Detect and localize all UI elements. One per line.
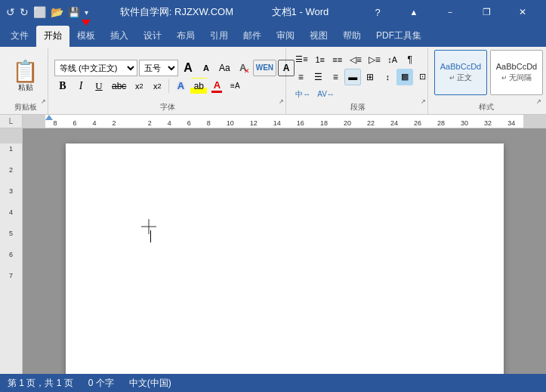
red-arrow-indicator: [82, 20, 91, 26]
subscript-button[interactable]: x2: [131, 78, 147, 94]
undo-button[interactable]: ↺: [6, 6, 15, 18]
para-row-2: ≡ ☰ ≡ ▬ ⊞ ↕ ▩ ⊡: [292, 69, 430, 85]
distributed-button[interactable]: ⊞: [362, 69, 378, 85]
redo-button[interactable]: ↻: [20, 6, 29, 18]
ribbon-content: 📋 粘贴 剪贴板 ↗ 等线 (中文正文) 五号 初号 小初 一号: [0, 47, 546, 115]
style-normal[interactable]: AaBbCcDd ↵ 正文: [434, 50, 487, 95]
style-no-spacing-name: ↵ 无间隔: [501, 73, 532, 83]
para-controls: ☰≡ 1≡ ≡≡ ◁≡ ▷≡ ↕A ¶ ≡ ☰ ≡ ▬ ⊞ ↕ ▩ ⊡: [292, 51, 430, 103]
superscript-button[interactable]: x2: [149, 78, 165, 94]
document-title: 文档1 - Word: [272, 6, 329, 17]
strikethrough-button[interactable]: abc: [109, 78, 129, 94]
software-name: 软件自学网: RJZXW.COM: [120, 6, 233, 17]
increase-indent-button[interactable]: ▷≡: [366, 51, 384, 68]
clipboard-expand[interactable]: ↗: [41, 98, 46, 105]
font-row-bottom: B I U abc x2 x2 A ab A ≡A: [54, 78, 295, 94]
underline-button[interactable]: U: [91, 78, 107, 94]
style-normal-preview: AaBbCcDd: [440, 62, 481, 71]
shading-button[interactable]: ▩: [396, 69, 413, 85]
grow-font-button[interactable]: A: [180, 60, 196, 76]
tab-template[interactable]: 模板: [69, 26, 103, 47]
clear-format-button[interactable]: A ✕: [235, 60, 251, 76]
italic-button[interactable]: I: [72, 78, 89, 94]
close-button[interactable]: ✕: [505, 0, 540, 24]
align-left-button[interactable]: ≡: [292, 69, 309, 85]
decrease-indent-button[interactable]: ◁≡: [347, 51, 365, 68]
paragraph-expand[interactable]: ↗: [421, 98, 426, 105]
save-button[interactable]: 💾: [68, 7, 80, 18]
sort-button[interactable]: ↕A: [384, 51, 401, 68]
text-effects-button[interactable]: A: [172, 78, 189, 94]
font-group: 等线 (中文正文) 五号 初号 小初 一号 小一 二号 小二 三号 小三 四号 …: [50, 48, 286, 114]
tab-design[interactable]: 设计: [136, 26, 169, 47]
style-no-spacing[interactable]: AaBbCcDd ↵ 无间隔: [490, 50, 543, 95]
line-spacing-button[interactable]: ↕: [379, 69, 396, 85]
minimize-button[interactable]: －: [433, 0, 467, 24]
tab-mailings[interactable]: 邮件: [236, 26, 269, 47]
justify-button[interactable]: ▬: [344, 69, 361, 85]
wubi-button[interactable]: WEN: [253, 60, 276, 76]
shrink-font-button[interactable]: A: [198, 60, 214, 76]
chinese-indent-button[interactable]: 中↔: [292, 86, 313, 103]
separator-1: [168, 79, 169, 93]
more-options-button[interactable]: ≡A: [227, 78, 243, 94]
tab-template-label: 模板: [77, 29, 95, 42]
bold-button[interactable]: B: [54, 78, 71, 94]
style-normal-name-text: 正文: [457, 73, 472, 82]
styles-group: AaBbCcDd ↵ 正文 AaBbCcDd ↵ 无间隔 样式 ↗: [430, 48, 543, 114]
window-controls: ? ▲ － ❐ ✕: [360, 0, 540, 24]
ruler-indent-marker[interactable]: [45, 115, 53, 120]
document-page[interactable]: [66, 144, 504, 374]
highlight-button[interactable]: ab: [190, 78, 207, 94]
title-text: 软件自学网: RJZXW.COM 文档1 - Word: [88, 5, 360, 19]
tab-layout[interactable]: 布局: [169, 26, 202, 47]
tab-references[interactable]: 引用: [202, 26, 236, 47]
ruler-corner[interactable]: L: [0, 115, 23, 128]
open-icon[interactable]: 📂: [51, 6, 63, 18]
font-expand[interactable]: ↗: [279, 98, 284, 105]
restore-button[interactable]: ❐: [469, 0, 504, 24]
tab-insert[interactable]: 插入: [103, 26, 136, 47]
align-right-button[interactable]: ≡: [327, 69, 344, 85]
tab-help[interactable]: 帮助: [335, 26, 369, 47]
customize-arrow[interactable]: ▾: [85, 8, 88, 17]
border-button[interactable]: ⊡: [414, 69, 430, 85]
font-row-top: 等线 (中文正文) 五号 初号 小初 一号 小一 二号 小二 三号 小三 四号 …: [54, 60, 295, 76]
font-controls: 等线 (中文正文) 五号 初号 小初 一号 小一 二号 小二 三号 小三 四号 …: [54, 60, 295, 94]
v-ruler-margin-top: [0, 128, 22, 144]
clipboard-group: 📋 粘贴 剪贴板 ↗: [3, 48, 48, 114]
numbering-button[interactable]: 1≡: [312, 51, 329, 68]
help-icon[interactable]: ?: [360, 0, 395, 24]
tab-view[interactable]: 视图: [302, 26, 335, 47]
font-group-label: 字体: [50, 102, 285, 113]
paste-icon: 📋: [12, 61, 39, 82]
show-marks-button[interactable]: ¶: [402, 51, 418, 68]
font-color-button[interactable]: A: [208, 78, 225, 94]
styles-expand[interactable]: ↗: [536, 98, 541, 105]
bullets-button[interactable]: ☰≡: [292, 51, 310, 68]
tab-file[interactable]: 文件: [3, 26, 36, 47]
style-normal-name: ↵ 正文: [449, 73, 473, 83]
tab-pdf[interactable]: PDF工具集: [369, 26, 429, 47]
char-spacing-button[interactable]: AV↔: [314, 86, 338, 103]
multilevel-list-button[interactable]: ≡≡: [329, 51, 346, 68]
styles-list: AaBbCcDd ↵ 正文 AaBbCcDd ↵ 无间隔: [434, 50, 543, 106]
ruler-numbers: 8 6 4 2 2 4 6 8 10 12 14 16 18 20 22 24 …: [23, 119, 546, 127]
paragraph-group-label: 段落: [288, 102, 427, 113]
ribbon-toggle[interactable]: ▲: [396, 0, 431, 24]
tab-review[interactable]: 审阅: [269, 26, 302, 47]
page-count: 第 1 页，共 1 页: [8, 377, 73, 390]
vertical-ruler: 1 2 3 4 5 6 7: [0, 128, 23, 374]
change-case-button[interactable]: Aa: [216, 60, 233, 76]
document-area[interactable]: [23, 128, 546, 374]
new-doc-icon[interactable]: ⬜: [33, 6, 46, 18]
font-name-select[interactable]: 等线 (中文正文): [54, 60, 137, 76]
quick-access-toolbar: ↺ ↻ ⬜ 📂 💾 ▾: [6, 6, 88, 18]
align-center-button[interactable]: ☰: [310, 69, 326, 85]
tab-home[interactable]: 开始: [36, 26, 69, 47]
font-size-select[interactable]: 五号 初号 小初 一号 小一 二号 小二 三号 小三 四号 小四 五号 小五: [139, 60, 178, 76]
paste-button[interactable]: 📋 粘贴: [8, 60, 43, 94]
cursor-cross: [141, 219, 156, 234]
ribbon-tabs: 文件 开始 模板 插入 设计 布局 引用 邮件 审阅 视图 帮助 PDF工具集: [0, 24, 546, 47]
main-area: 1 2 3 4 5 6 7: [0, 128, 546, 374]
